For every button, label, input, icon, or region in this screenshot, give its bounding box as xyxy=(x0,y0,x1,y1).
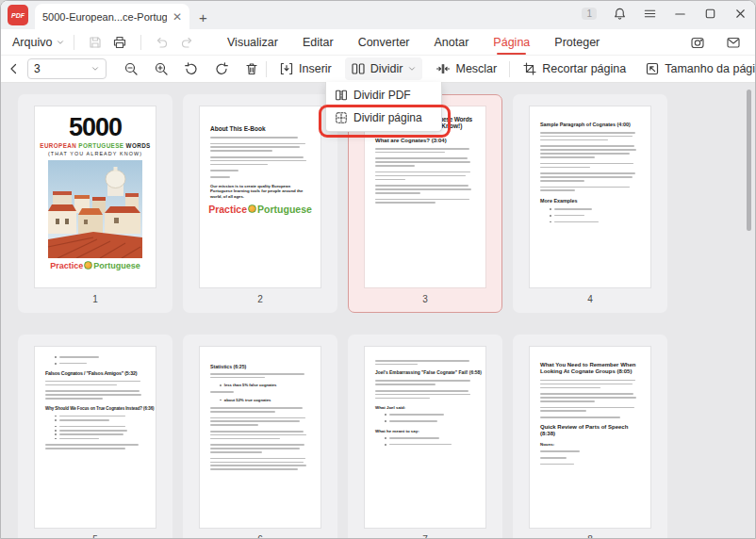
mail-icon[interactable] xyxy=(726,35,741,50)
page-number-input[interactable] xyxy=(34,62,90,75)
page-thumbnail-1[interactable]: 5000 EUROPEAN PORTUGUESE WORDS (THAT YOU… xyxy=(18,94,173,313)
label-what-he-meant: What he meant to say: xyxy=(375,429,475,433)
divider xyxy=(509,61,510,77)
tab-close-icon[interactable]: ✕ xyxy=(173,11,182,23)
page-preview-8: What You Need to Remember When Looking A… xyxy=(530,347,650,528)
page-number: 6 xyxy=(184,534,337,539)
chevron-down-icon[interactable] xyxy=(90,64,100,74)
thumb-subheading: Why Should We Focus on True Cognates Ins… xyxy=(45,406,145,411)
nav-anotar[interactable]: Anotar xyxy=(435,32,469,53)
label-what-joel-said: What Joel said: xyxy=(375,405,475,410)
divider xyxy=(74,35,74,50)
menubar: Arquivo Visualizar Editar Converter Anot… xyxy=(1,29,755,56)
page-number-box[interactable] xyxy=(27,58,107,79)
page-number: 5 xyxy=(19,534,172,539)
page-number: 2 xyxy=(184,294,337,304)
inserir-label: Inserir xyxy=(299,62,332,75)
close-icon[interactable] xyxy=(733,7,748,21)
toolbar: Inserir Dividir Mesclar Recortar página … xyxy=(1,56,755,83)
nav-editar[interactable]: Editar xyxy=(303,32,334,53)
camera-icon[interactable] xyxy=(690,35,705,50)
file-menu-label: Arquivo xyxy=(12,36,52,49)
split-pdf-icon xyxy=(335,89,348,102)
lisbon-photo xyxy=(46,160,144,258)
page-preview-1: 5000 EUROPEAN PORTUGUESE WORDS (THAT YOU… xyxy=(35,106,156,287)
recortar-pagina-button[interactable]: Recortar página xyxy=(517,57,632,80)
bell-icon[interactable] xyxy=(613,7,627,21)
split-icon xyxy=(351,61,366,76)
maximize-icon[interactable] xyxy=(703,7,717,21)
page-preview-4: Sample Paragraph of Cognates (4:00) More… xyxy=(530,106,650,287)
page-thumbnail-4[interactable]: Sample Paragraph of Cognates (4:00) More… xyxy=(513,94,667,313)
document-tab[interactable]: 5000-European...ce-Portuguese ✕ xyxy=(35,4,189,29)
inserir-button[interactable]: Inserir xyxy=(273,57,337,80)
thumb-heading: Joel's Embarrassing "False Cognate" Fail… xyxy=(375,370,475,375)
thumb-heading: Sample Paragraph of Cognates (4:00) xyxy=(540,122,640,127)
notification-badge: 1 xyxy=(582,8,597,20)
save-icon[interactable] xyxy=(88,35,103,50)
menu-item-dividir-pagina[interactable]: Dividir página xyxy=(326,106,441,129)
file-menu-button[interactable]: Arquivo xyxy=(12,36,65,49)
split-dropdown-menu: Dividir PDF Dividir página xyxy=(325,82,442,132)
label-nouns: Nouns: xyxy=(540,442,640,447)
nav-visualizar[interactable]: Visualizar xyxy=(227,32,278,53)
dividir-label: Dividir xyxy=(370,62,403,75)
menu-item-dividir-pdf[interactable]: Dividir PDF xyxy=(326,84,441,106)
split-page-icon xyxy=(335,111,348,124)
minimize-icon[interactable] xyxy=(673,7,687,21)
sun-icon xyxy=(248,204,256,213)
stat-bullet-2: about 52% true cognates xyxy=(224,398,271,402)
cover-subtitle: EUROPEAN PORTUGUESE WORDS xyxy=(35,142,156,149)
rotate-right-icon[interactable] xyxy=(214,61,229,76)
page-preview-5: Falsos Cognatos / "Falsos Amigos" (5:32)… xyxy=(35,347,156,528)
zoom-out-icon[interactable] xyxy=(123,61,139,76)
tamanho-pagina-button[interactable]: Tamanho da página xyxy=(639,57,756,80)
thumb-subheading: More Examples xyxy=(540,198,640,204)
crop-icon xyxy=(522,61,537,76)
page-number: 7 xyxy=(349,534,501,539)
zoom-in-icon[interactable] xyxy=(154,61,169,76)
page-preview-6: Statistics (6:25) less than 5% false cog… xyxy=(200,347,320,528)
nav-pagina[interactable]: Página xyxy=(493,32,530,53)
page-number: 4 xyxy=(514,294,666,304)
nav-proteger[interactable]: Proteger xyxy=(554,32,600,53)
page-number: 1 xyxy=(19,294,172,304)
back-chevron-icon[interactable] xyxy=(7,61,22,76)
menu-item-label: Dividir página xyxy=(353,111,422,124)
app-window: PDF 5000-European...ce-Portuguese ✕ + 1 … xyxy=(0,0,756,539)
new-tab-button[interactable]: + xyxy=(199,10,207,24)
page-thumbnail-7[interactable]: Joel's Embarrassing "False Cognate" Fail… xyxy=(348,335,502,539)
stat-bullet-1: less than 5% false cognates xyxy=(224,383,277,387)
insert-icon xyxy=(279,61,294,76)
practice-portuguese-logo: Practice Portuguese xyxy=(210,204,310,215)
chevron-down-icon xyxy=(407,64,417,74)
page-thumbnail-2[interactable]: About This E-Book Our mission is to crea… xyxy=(183,94,337,313)
scrollbar[interactable] xyxy=(747,90,751,231)
thumb-subheading: Quick Review of Parts of Speech (8:38) xyxy=(540,424,640,437)
cover-title: 5000 xyxy=(35,115,156,140)
cover-tagline: (THAT YOU ALREADY KNOW) xyxy=(35,151,156,156)
page-thumbnail-8[interactable]: What You Need to Remember When Looking A… xyxy=(513,335,667,539)
menu-icon[interactable] xyxy=(643,7,657,21)
print-icon[interactable] xyxy=(112,35,127,50)
page-number: 8 xyxy=(514,534,666,539)
pdf-app-logo-icon: PDF xyxy=(8,5,28,25)
sun-icon xyxy=(84,261,92,270)
rotate-left-icon[interactable] xyxy=(184,61,199,76)
tab-title: 5000-European...ce-Portuguese xyxy=(42,11,167,23)
merge-icon xyxy=(436,61,451,76)
mesclar-label: Mesclar xyxy=(455,62,497,75)
page-size-icon xyxy=(645,61,660,76)
divider xyxy=(266,61,267,77)
thumb-heading: What You Need to Remember When Looking A… xyxy=(540,362,640,375)
page-thumbnail-6[interactable]: Statistics (6:25) less than 5% false cog… xyxy=(183,335,337,539)
thumb-heading: Statistics (6:25) xyxy=(210,364,310,369)
mesclar-button[interactable]: Mesclar xyxy=(430,57,502,80)
undo-icon[interactable] xyxy=(155,35,170,50)
dividir-button[interactable]: Dividir xyxy=(345,57,423,80)
redo-icon[interactable] xyxy=(179,35,194,50)
trash-icon[interactable] xyxy=(244,61,259,76)
nav-converter[interactable]: Converter xyxy=(358,32,410,53)
page-thumbnail-5[interactable]: Falsos Cognatos / "Falsos Amigos" (5:32)… xyxy=(18,335,173,539)
thumb-heading: Falsos Cognatos / "Falsos Amigos" (5:32) xyxy=(45,370,145,376)
